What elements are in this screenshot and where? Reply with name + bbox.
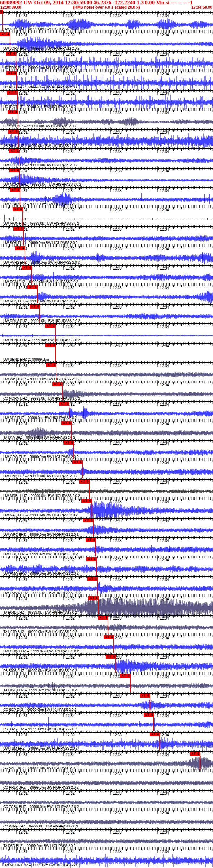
window-end-time: 12:34:59.00: [191, 5, 212, 10]
time-label: 12:32: [65, 247, 75, 251]
phase-pick-flag[interactable]: ×T 4: [0, 10, 3, 13]
phase-pick-flag[interactable]: ×T 4: [52, 382, 62, 386]
time-label: 12:31: [19, 752, 28, 757]
phase-pick-flag[interactable]: ×T 4: [88, 596, 98, 600]
time-label: 12:33: [113, 558, 122, 562]
time-label: 12:31: [19, 616, 28, 621]
time-label: 12:33: [113, 694, 122, 699]
phase-pick-flag[interactable]: ×T 4: [73, 460, 82, 464]
time-label: 12:33: [113, 91, 122, 96]
phase-pick-flag[interactable]: ×T 4: [120, 674, 130, 678]
time-label: 12:32: [65, 285, 75, 290]
trace-row: UW MRBL HHZ -- 99999.0km BW HIGHPASS 2.0…: [0, 479, 213, 498]
time-label: 12:33: [113, 111, 122, 115]
phase-pick-flag[interactable]: ×T 4: [79, 480, 89, 484]
time-label: 12:33: [113, 285, 122, 290]
time-label: 12:34: [160, 324, 169, 329]
phase-pick-flag[interactable]: ×T 4: [6, 52, 16, 56]
phase-pick-flag[interactable]: ×T 4: [15, 246, 25, 250]
time-label: 12:31: [19, 849, 28, 854]
phase-pick-flag[interactable]: ×T 4: [8, 130, 18, 133]
trace-row: UW MJ2 EHZ -- 99999.0km BW HIGHPASS 2.0 …: [0, 401, 213, 421]
phase-pick-flag[interactable]: ×T 4: [30, 305, 39, 309]
phase-pick-flag[interactable]: ×T 4: [13, 227, 23, 231]
phase-pick-flag[interactable]: ×T 4: [143, 713, 154, 717]
phase-pick-flag[interactable]: ×T 4: [150, 733, 160, 736]
time-label: 12:31: [19, 499, 28, 504]
phase-pick-flag[interactable]: ×T 4: [9, 168, 20, 173]
trace-row: UW LOC EHZ -- 99999.0km BW HIGHPASS 2.0 …: [0, 149, 213, 168]
time-label: 12:33: [113, 811, 122, 815]
time-label: 12:31: [19, 72, 28, 76]
time-label: 12:32: [65, 227, 75, 232]
phase-pick-flag[interactable]: ×T 4: [45, 324, 55, 328]
time-label: 12:31: [19, 558, 28, 562]
time-label: 12:34: [160, 655, 169, 659]
phase-pick-flag[interactable]: ×T 4: [7, 91, 17, 95]
trace-row: TA I04A BHZ -- 99999.0km BW HIGHPASS 2.0…: [0, 421, 213, 440]
time-label: 12:31: [19, 713, 28, 718]
phase-pick-flag[interactable]: ×T 4: [98, 616, 108, 620]
phase-pick-flag[interactable]: ×T 4: [6, 71, 17, 75]
time-label: 12:34: [160, 752, 169, 757]
time-label: 12:33: [113, 227, 122, 232]
trace-row: UW TBM EHZ -- 99999.0km BW HIGHPASS 2.0 …: [0, 732, 213, 751]
phase-pick-flag[interactable]: ×T 4: [140, 693, 150, 698]
phase-pick-flag[interactable]: ×T 4: [64, 441, 74, 445]
time-label: 12:32: [65, 149, 75, 154]
phase-pick-flag[interactable]: ×T 4: [106, 655, 115, 659]
time-label: 12:34: [160, 675, 169, 679]
phase-pick-flag[interactable]: ×T 4: [190, 752, 200, 756]
phase-pick-flag[interactable]: ×T 4: [104, 635, 114, 639]
trace-row: TA E04D BHZ -- 99999.0km BW HIGHPASS 2.0…: [0, 596, 213, 615]
time-label: 12:32: [65, 208, 75, 212]
trace-row: TA I05D BHZ -- 99999.0km BW HIGHPASS 2.0…: [0, 829, 213, 848]
phase-pick-flag[interactable]: ×T 4: [81, 499, 91, 503]
time-label: 12:32: [65, 519, 75, 523]
trace-row: UO FRIS EHZ -- 99999.0km BW HIGHPASS 2.0…: [0, 51, 213, 71]
trace-row: UW RCM EHZ -- 99999.0km BW HIGHPASS 2.0 …: [0, 265, 213, 285]
phase-pick-flag[interactable]: ×T 4: [13, 208, 23, 211]
time-subheader: 12:30:39.00 (RMS noise over 6.0 s scaled…: [0, 5, 213, 10]
phase-pick-flag[interactable]: ×T 4: [61, 421, 72, 425]
time-label: 12:32: [65, 849, 75, 854]
time-label: 12:31: [19, 577, 28, 582]
phase-pick-flag[interactable]: ×T 4: [0, 32, 10, 36]
time-label: 12:33: [113, 130, 122, 134]
time-label: 12:32: [65, 188, 75, 193]
trace-row: UW RCS EHZ -- 99999.0km BW HIGHPASS 2.0 …: [0, 285, 213, 304]
time-label: 12:34: [160, 247, 169, 251]
time-label: 12:32: [65, 597, 75, 601]
time-label: 12:34: [160, 849, 169, 854]
time-label: 12:34: [160, 91, 169, 96]
time-label: 12:31: [19, 441, 28, 446]
time-label: 12:33: [113, 733, 122, 737]
phase-pick-flag[interactable]: ×T 4: [8, 110, 18, 114]
trace-row: UW WISH BHZ -- 99999.0km BW HIGHPASS 2.0…: [0, 362, 213, 382]
time-label: 12:33: [113, 402, 122, 407]
phase-pick-flag[interactable]: ×T 4: [27, 285, 37, 289]
phase-pick-flag[interactable]: ×T 4: [9, 149, 19, 153]
time-label: 12:32: [65, 811, 75, 815]
phase-pick-flag[interactable]: ×T 4: [46, 363, 56, 367]
phase-pick-flag[interactable]: ×T 4: [59, 402, 69, 406]
time-label: 12:31: [19, 149, 28, 154]
phase-pick-flag[interactable]: ×T 4: [83, 519, 93, 523]
time-label: 12:33: [113, 791, 122, 796]
time-label: 12:34: [160, 130, 169, 134]
phase-pick-flag[interactable]: ×T 4: [87, 577, 98, 581]
time-label: 12:33: [113, 169, 122, 174]
time-label: 12:32: [65, 752, 75, 757]
time-label: 12:32: [65, 52, 75, 57]
time-label: 12:33: [113, 72, 122, 76]
time-label: 12:33: [113, 441, 122, 446]
phase-pick-flag[interactable]: ×T 4: [46, 344, 55, 347]
time-label: 12:34: [160, 538, 169, 543]
time-label: 12:32: [65, 383, 75, 387]
phase-pick-flag[interactable]: ×T 4: [86, 557, 97, 561]
time-label: 12:34: [160, 558, 169, 562]
phase-pick-flag[interactable]: ×T 4: [10, 188, 20, 192]
time-label: 12:32: [65, 733, 75, 737]
phase-pick-flag[interactable]: ×T 4: [86, 538, 96, 542]
phase-pick-flag[interactable]: ×T 4: [22, 266, 32, 270]
